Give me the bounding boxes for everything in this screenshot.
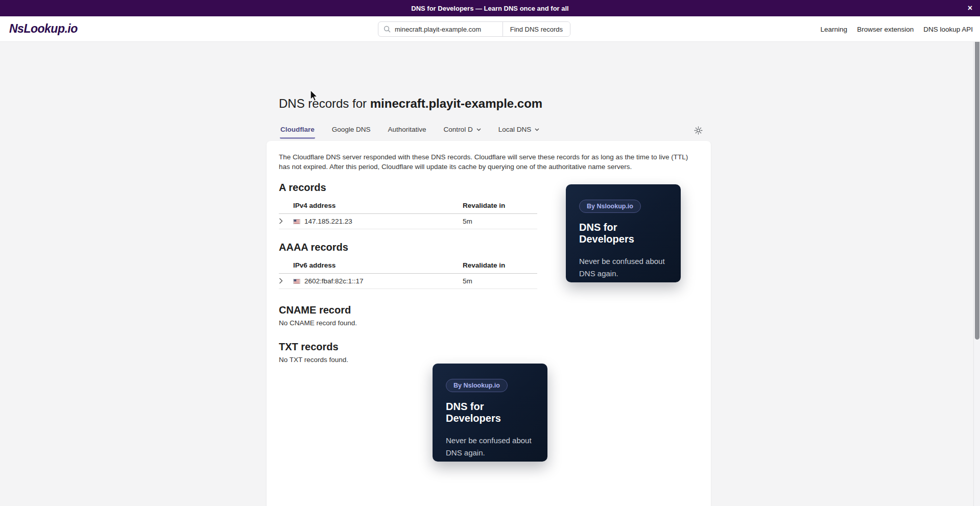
txt-empty-message: No TXT records found. — [279, 356, 704, 364]
vertical-scrollbar[interactable] — [973, 16, 980, 506]
ttl-value: 5m — [463, 274, 537, 289]
section-txt: TXT records No TXT records found. — [279, 341, 704, 364]
column-header: Revalidate in — [463, 199, 537, 214]
search-input[interactable] — [395, 26, 497, 33]
promo-title: DNS for Developers — [579, 222, 667, 245]
promo-card[interactable]: By Nslookup.io DNS for Developers Never … — [566, 184, 681, 282]
table-row[interactable]: 147.185.221.23 5m — [279, 214, 537, 229]
gear-icon[interactable] — [694, 126, 704, 136]
page-title-domain: minecraft.playit-example.com — [370, 97, 542, 110]
tab-label: Cloudflare — [280, 126, 315, 133]
promo-banner-text: DNS for Developers — Learn DNS once and … — [411, 5, 568, 12]
chevron-down-icon — [476, 128, 481, 131]
chevron-down-icon — [535, 128, 539, 131]
ttl-value: 5m — [463, 214, 537, 229]
cname-empty-message: No CNAME record found. — [279, 319, 704, 327]
section-title: CNAME record — [279, 304, 704, 316]
tab-authoritative[interactable]: Authoritative — [388, 126, 427, 139]
results-panel: The Cloudflare DNS server responded with… — [267, 141, 711, 506]
site-header: NsLookup.io Find DNS records Learning Br… — [0, 16, 980, 42]
tab-label: Google DNS — [332, 126, 371, 133]
tab-cloudflare[interactable]: Cloudflare — [280, 126, 315, 139]
tab-label: Control D — [444, 126, 473, 133]
column-header: IPv4 address — [293, 199, 463, 214]
chevron-right-icon[interactable] — [279, 217, 287, 225]
nav-learning[interactable]: Learning — [821, 26, 848, 33]
nav-browser-extension[interactable]: Browser extension — [857, 26, 914, 33]
resolver-tabs: Cloudflare Google DNS Authoritative Cont… — [280, 126, 540, 139]
section-title: TXT records — [279, 341, 704, 353]
ipv4-address: 147.185.221.23 — [304, 218, 352, 225]
main-area: DNS records for minecraft.playit-example… — [0, 42, 980, 506]
chevron-right-icon[interactable] — [279, 277, 287, 285]
promo-title: DNS for Developers — [446, 401, 534, 424]
tab-label: Authoritative — [388, 126, 426, 133]
tab-google-dns[interactable]: Google DNS — [331, 126, 371, 139]
promo-badge: By Nslookup.io — [579, 200, 641, 213]
aaaa-records-table: IPv6 address Revalidate in — [279, 258, 537, 289]
resolver-description: The Cloudflare DNS server responded with… — [279, 152, 694, 172]
tab-label: Local DNS — [498, 126, 532, 133]
flag-icon — [293, 279, 300, 284]
promo-badge: By Nslookup.io — [446, 379, 508, 392]
column-header: Revalidate in — [463, 258, 537, 274]
domain-search-group: Find DNS records — [378, 21, 570, 37]
nav-dns-lookup-api[interactable]: DNS lookup API — [923, 26, 973, 33]
column-header: IPv6 address — [293, 258, 463, 274]
tab-local-dns[interactable]: Local DNS — [498, 126, 540, 139]
promo-body: Never be confused about DNS again. — [579, 255, 667, 280]
promo-banner-link[interactable]: DNS for Developers — Learn DNS once and … — [0, 0, 980, 16]
ipv6-address: 2602:fbaf:82c:1::17 — [304, 277, 364, 285]
site-logo[interactable]: NsLookup.io — [9, 22, 78, 36]
search-box[interactable] — [378, 22, 503, 36]
close-icon[interactable]: × — [966, 0, 974, 16]
table-row[interactable]: 2602:fbaf:82c:1::17 5m — [279, 274, 537, 289]
section-cname: CNAME record No CNAME record found. — [279, 304, 704, 327]
flag-icon — [293, 219, 300, 224]
page-title-prefix: DNS records for — [279, 97, 370, 110]
promo-body: Never be confused about DNS again. — [446, 435, 534, 459]
page-title: DNS records for minecraft.playit-example… — [279, 97, 542, 111]
promo-card[interactable]: By Nslookup.io DNS for Developers Never … — [433, 364, 547, 462]
header-nav: Learning Browser extension DNS lookup AP… — [821, 16, 973, 42]
tab-control-d[interactable]: Control D — [443, 126, 482, 139]
a-records-table: IPv4 address Revalidate in — [279, 199, 537, 229]
scrollbar-thumb[interactable] — [975, 18, 979, 340]
search-icon — [384, 26, 391, 33]
find-dns-records-button[interactable]: Find DNS records — [503, 22, 570, 36]
